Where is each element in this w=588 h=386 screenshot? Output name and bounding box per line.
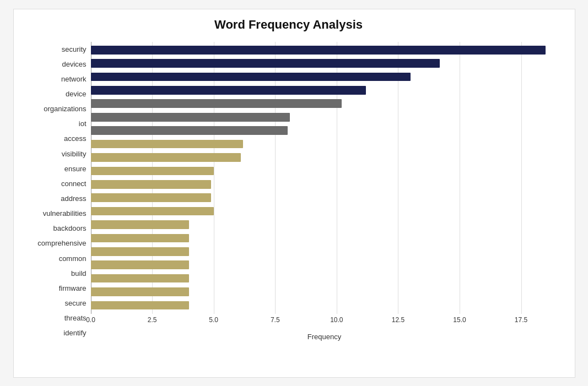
y-label: access	[64, 135, 86, 142]
bar-row	[91, 151, 558, 164]
bar	[91, 46, 546, 55]
y-label: organizations	[44, 105, 86, 112]
bar	[91, 153, 241, 162]
y-label: backdoors	[53, 225, 87, 232]
y-label: visibility	[62, 150, 87, 157]
bar	[91, 86, 366, 95]
bar-row	[91, 258, 558, 271]
x-tick-label: 15.0	[453, 316, 466, 324]
bar-row	[91, 191, 558, 204]
y-label: connect	[61, 180, 87, 187]
bar-row	[91, 245, 558, 258]
bar-row	[91, 164, 558, 177]
bar-row	[91, 124, 558, 137]
y-label: threats	[64, 314, 87, 322]
y-axis-labels: securitydevicesnetworkdeviceorganization…	[19, 42, 91, 341]
x-tick-label: 0.0	[86, 316, 95, 324]
y-label: secure	[64, 300, 86, 307]
x-tick-label: 7.5	[271, 316, 280, 324]
bar-row	[91, 97, 558, 110]
y-label: iot	[79, 120, 87, 127]
y-label: ensure	[64, 165, 87, 172]
bar	[91, 247, 190, 256]
x-axis: 0.02.55.07.510.012.515.017.5	[91, 316, 558, 331]
bars-container	[91, 42, 558, 314]
bar-row	[91, 178, 558, 191]
x-tick-label: 10.0	[330, 316, 343, 324]
y-label: device	[66, 90, 87, 97]
bars-area	[91, 42, 558, 314]
bar	[91, 180, 212, 189]
bar	[91, 193, 212, 202]
y-label: network	[61, 75, 87, 83]
bar	[91, 126, 288, 135]
bar	[91, 140, 244, 149]
bar-row	[91, 70, 558, 83]
y-label: comprehensive	[37, 240, 86, 247]
bar-row	[91, 298, 558, 312]
bar	[91, 260, 190, 269]
x-tick-label: 17.5	[515, 316, 527, 324]
y-label: security	[62, 46, 87, 53]
y-label: address	[61, 195, 86, 202]
chart-title: Word Frequency Analysis	[19, 18, 558, 32]
x-tick-label: 2.5	[148, 316, 157, 324]
bar-row	[91, 44, 558, 57]
bar-row	[91, 111, 558, 124]
bar	[91, 207, 214, 216]
y-label: firmware	[59, 285, 87, 292]
x-tick-label: 5.0	[209, 316, 218, 324]
bar	[91, 167, 214, 176]
bar	[91, 301, 190, 310]
x-axis-title: Frequency	[91, 333, 558, 341]
bar	[91, 274, 190, 283]
bar	[91, 287, 190, 296]
bar-row	[91, 285, 558, 298]
chart-container: Word Frequency Analysis securitydevicesn…	[13, 9, 575, 378]
bar	[91, 59, 440, 68]
bar-row	[91, 231, 558, 244]
y-label: devices	[62, 61, 86, 68]
x-tick-label: 12.5	[392, 316, 404, 324]
bar	[91, 99, 342, 108]
bar-row	[91, 137, 558, 150]
y-label: common	[59, 255, 87, 262]
bar-row	[91, 271, 558, 285]
bar	[91, 73, 411, 81]
y-label: identify	[63, 329, 86, 336]
bar-row	[91, 84, 558, 97]
y-label: vulnerabilities	[43, 210, 87, 217]
bar	[91, 220, 190, 229]
bar-row	[91, 204, 558, 218]
y-label: build	[71, 270, 86, 277]
bar-row	[91, 57, 558, 70]
bar	[91, 234, 190, 243]
bar	[91, 113, 290, 122]
bar-row	[91, 218, 558, 231]
